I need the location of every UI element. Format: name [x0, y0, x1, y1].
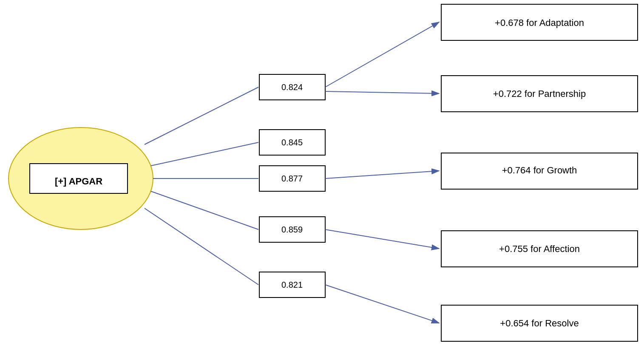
- svg-line-10: [325, 285, 439, 323]
- svg-line-2: [151, 142, 258, 166]
- middle-node-2-label: 0.845: [281, 138, 303, 147]
- central-node-label: [+] APGAR: [55, 176, 102, 187]
- middle-node-3-label: 0.877: [281, 174, 303, 183]
- middle-node-4-label: 0.859: [281, 225, 303, 234]
- output-node-2-label: +0.722 for Partnership: [493, 88, 586, 99]
- output-node-3-label: +0.764 for Growth: [502, 165, 577, 176]
- middle-node-1-label: 0.824: [281, 82, 303, 92]
- output-node-5-label: +0.654 for Resolve: [500, 318, 579, 329]
- svg-line-6: [325, 22, 439, 87]
- svg-line-7: [325, 91, 439, 94]
- svg-line-9: [325, 230, 439, 249]
- output-node-1-label: +0.678 for Adaptation: [495, 17, 584, 28]
- output-node-4-label: +0.755 for Affection: [499, 244, 580, 254]
- svg-line-5: [145, 208, 258, 285]
- middle-node-5-label: 0.821: [281, 280, 303, 289]
- svg-line-1: [145, 87, 258, 144]
- svg-line-8: [325, 171, 439, 178]
